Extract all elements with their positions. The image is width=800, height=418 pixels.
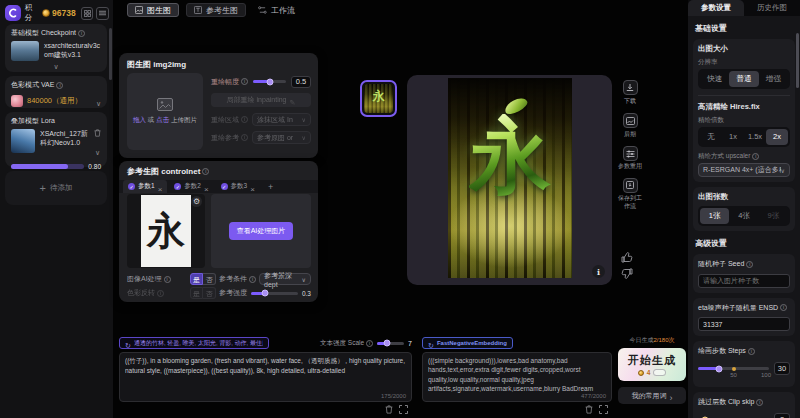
controlnet-tab-2[interactable]: 参数2: [169, 180, 213, 193]
lora-thumbnail[interactable]: [11, 129, 35, 153]
controlnet-info-icon[interactable]: [202, 168, 209, 175]
count-9[interactable]: 9张: [759, 208, 788, 224]
inpaint-area-dropdown[interactable]: 涂抹区域 In: [252, 113, 311, 126]
vae-card: 色彩模式 VAE 840000（通用）: [5, 76, 107, 108]
thumbs-up-icon[interactable]: [621, 252, 633, 263]
my-phrases-button[interactable]: 我的常用词: [618, 387, 686, 404]
add-lora-button[interactable]: 待添加: [5, 171, 107, 205]
add-controlnet-tab-button[interactable]: [268, 182, 273, 192]
grid-view-button[interactable]: [81, 7, 94, 20]
clip-skip-value[interactable]: 2: [774, 413, 790, 418]
upscaler-info-icon[interactable]: [752, 153, 759, 160]
positive-char-count: 175/2000: [381, 393, 406, 399]
upload-dropzone[interactable]: 拖入 或 点击 上传图片: [127, 73, 203, 150]
tab-reference[interactable]: 参考生图: [186, 3, 246, 17]
steps-info-icon[interactable]: [748, 348, 755, 355]
negative-expand-icon[interactable]: [599, 405, 608, 414]
close-icon[interactable]: [204, 178, 209, 196]
resolution-fast[interactable]: 快速: [700, 71, 729, 87]
controlnet-settings-gear-icon[interactable]: [191, 196, 202, 207]
count-1[interactable]: 1张: [700, 208, 729, 224]
denoise-slider[interactable]: [253, 80, 286, 83]
controlnet-processed-box: 查看AI处理图片: [211, 194, 311, 268]
reuse-params-button[interactable]: [623, 146, 638, 161]
hires-1x[interactable]: 1x: [722, 129, 744, 145]
download-button[interactable]: [623, 80, 638, 95]
lora-collapse-chevron-icon[interactable]: [95, 141, 100, 159]
vae-info-icon[interactable]: [56, 82, 63, 89]
negative-embedding-chip[interactable]: FastNegativeEmbedding: [422, 337, 513, 349]
ai-process-yes-button[interactable]: 是: [190, 273, 203, 285]
ai-process-no-button[interactable]: 否: [203, 273, 216, 285]
checkpoint-thumbnail[interactable]: [11, 41, 39, 61]
clip-skip-info-icon[interactable]: [756, 399, 763, 406]
upload-drag-label: 拖入: [133, 116, 146, 123]
controlnet-tab-1[interactable]: 参数1: [123, 180, 167, 193]
app-logo[interactable]: [5, 5, 21, 21]
negative-prompt-box[interactable]: (((simple background))),lowres,bad anato…: [422, 352, 612, 402]
resolution-label: 分辨率: [698, 58, 790, 67]
postprocess-button[interactable]: [623, 113, 638, 128]
left-sidebar-scrollbar[interactable]: [109, 28, 112, 80]
image-count-card: 出图张数 1张 4张 9张: [693, 187, 795, 231]
vae-dropdown-chevron-icon[interactable]: [96, 92, 101, 110]
negative-clear-trash-icon[interactable]: [585, 405, 593, 414]
cfg-scale-info-icon[interactable]: [366, 340, 373, 347]
daily-value: 2/180次: [653, 337, 674, 343]
seed-input[interactable]: [698, 274, 790, 288]
prompt-suggestion-text: 通透的竹林, 轻盈, 唯美, 太阳光, 背影, 动作, 最佳质量: [134, 339, 263, 348]
hires-none[interactable]: 无: [700, 129, 722, 145]
prompt-suggestion-chip[interactable]: 通透的竹林, 轻盈, 唯美, 太阳光, 背影, 动作, 最佳质量: [119, 337, 269, 349]
result-thumbnail[interactable]: 永: [360, 80, 397, 117]
tab-img2img[interactable]: 图生图: [127, 3, 179, 17]
seed-info-icon[interactable]: [746, 261, 753, 268]
menu-button[interactable]: [96, 7, 109, 20]
generate-button[interactable]: 开始生成 4: [618, 348, 686, 381]
thumbs-down-icon[interactable]: [621, 268, 633, 279]
hires-15x[interactable]: 1.5x: [744, 129, 766, 145]
hires-2x[interactable]: 2x: [766, 129, 788, 145]
close-icon[interactable]: [158, 178, 163, 196]
positive-clear-trash-icon[interactable]: [385, 405, 393, 414]
ensd-input[interactable]: [698, 317, 790, 331]
resolution-enhanced[interactable]: 增强: [759, 71, 788, 87]
tab-history[interactable]: 历史作图: [744, 0, 800, 16]
ref-condition-info-icon[interactable]: [249, 276, 256, 283]
ensd-info-icon[interactable]: [780, 304, 787, 311]
thumbnail-glyph: 永: [373, 87, 385, 104]
positive-prompt-text: ((竹子)), in a blooming garden, (fresh and…: [125, 356, 406, 390]
steps-slider[interactable]: 50 100: [698, 367, 769, 370]
view-ai-image-button[interactable]: 查看AI处理图片: [229, 222, 294, 240]
size-title: 出图大小: [698, 44, 790, 54]
resolution-normal[interactable]: 普通: [729, 71, 758, 87]
controlnet-source-image[interactable]: 永: [141, 195, 191, 267]
denoise-info-icon[interactable]: [241, 78, 248, 85]
tab-workflow[interactable]: 工作流: [253, 3, 300, 17]
denoise-value[interactable]: 0.5: [291, 76, 311, 88]
checkpoint-info-icon[interactable]: [78, 30, 85, 37]
lora-weight-slider[interactable]: [11, 164, 84, 169]
positive-expand-icon[interactable]: [399, 405, 408, 414]
lora-delete-trash-icon[interactable]: [94, 129, 101, 137]
steps-value[interactable]: 30: [774, 362, 790, 375]
count-4[interactable]: 4张: [729, 208, 758, 224]
close-icon[interactable]: [250, 178, 255, 196]
positive-prompt-box[interactable]: ((竹子)), in a blooming garden, (fresh and…: [119, 352, 412, 402]
color-invert-yes-button[interactable]: 是: [190, 287, 203, 299]
upscaler-dropdown[interactable]: R-ESRGAN 4x+ (适合多种风: [698, 163, 790, 177]
inpaint-area-label: 重绘区域: [211, 115, 239, 125]
ref-strength-slider[interactable]: [251, 292, 298, 295]
controlnet-tab-3[interactable]: 参数3: [216, 180, 260, 193]
generated-image[interactable]: 永: [448, 78, 572, 278]
right-sidebar-scrollbar[interactable]: [796, 33, 799, 88]
ai-process-info-icon[interactable]: [164, 276, 171, 283]
ref-condition-dropdown[interactable]: 参考景深 dept: [259, 273, 311, 285]
image-info-button[interactable]: i: [592, 265, 605, 278]
tab-parameter-settings[interactable]: 参数设置: [688, 0, 744, 16]
cfg-scale-slider[interactable]: [377, 342, 404, 345]
inpaint-ref-dropdown[interactable]: 参考原图 or: [252, 131, 311, 144]
color-invert-no-button[interactable]: 否: [203, 287, 216, 299]
inpaint-button[interactable]: 局部重绘 inpainting: [211, 93, 311, 107]
save-workflow-button[interactable]: [623, 178, 638, 193]
checkpoint-collapse-chevron-icon[interactable]: [53, 55, 58, 72]
